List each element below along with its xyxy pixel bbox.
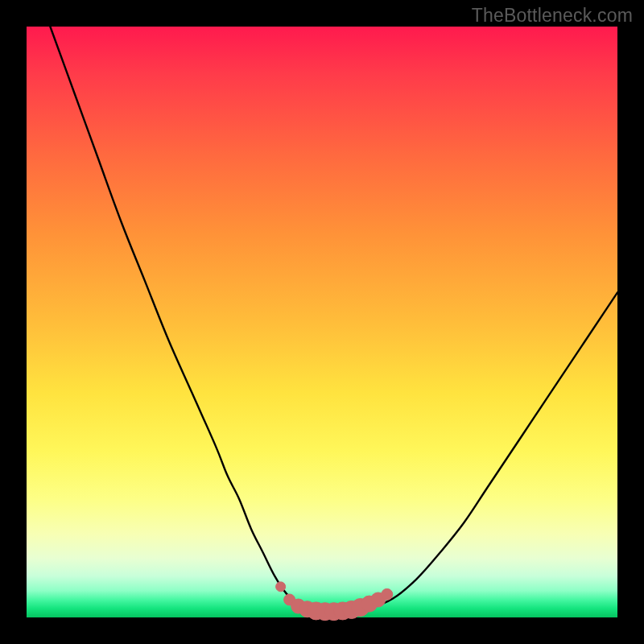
bottleneck-curve [50, 27, 617, 610]
chart-overlay [27, 27, 617, 617]
watermark-text: TheBottleneck.com [472, 5, 633, 27]
valley-marker [276, 582, 286, 592]
chart-plot-area [27, 27, 617, 617]
valley-marker [382, 588, 393, 600]
valley-markers-group [276, 582, 393, 621]
